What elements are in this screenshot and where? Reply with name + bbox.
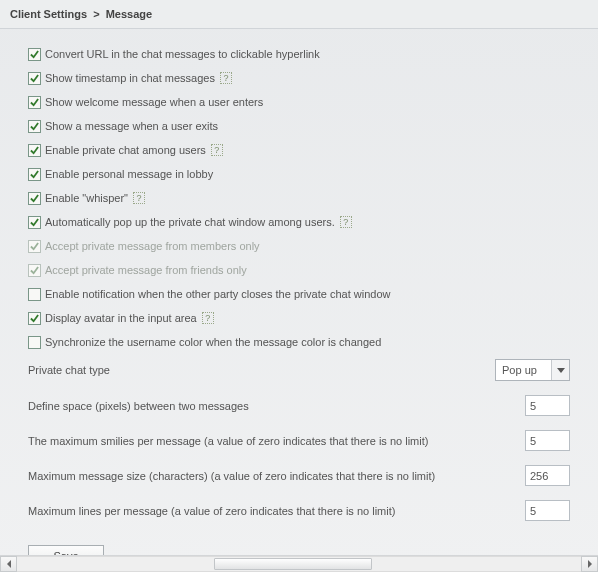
option-row: Enable notification when the other party… bbox=[28, 287, 570, 301]
help-icon[interactable]: ? bbox=[202, 312, 214, 324]
checkbox[interactable] bbox=[28, 120, 41, 133]
numeric-setting-label: Define space (pixels) between two messag… bbox=[28, 400, 525, 412]
select-dropdown-button[interactable] bbox=[551, 360, 569, 380]
numeric-setting-label: Maximum lines per message (a value of ze… bbox=[28, 505, 525, 517]
help-icon[interactable]: ? bbox=[211, 144, 223, 156]
help-icon[interactable]: ? bbox=[220, 72, 232, 84]
option-label: Enable private chat among users bbox=[45, 143, 206, 157]
option-row: Show welcome message when a user enters bbox=[28, 95, 570, 109]
breadcrumb-parent: Client Settings bbox=[10, 8, 87, 20]
checkbox[interactable] bbox=[28, 336, 41, 349]
option-row: Enable personal message in lobby bbox=[28, 167, 570, 181]
option-row: Enable "whisper"? bbox=[28, 191, 570, 205]
numeric-setting-label: The maximum smilies per message (a value… bbox=[28, 435, 525, 447]
scroll-right-button[interactable] bbox=[581, 556, 598, 572]
scrollbar-track[interactable] bbox=[17, 556, 581, 572]
numeric-setting-row: Maximum lines per message (a value of ze… bbox=[28, 500, 570, 521]
option-label: Convert URL in the chat messages to clic… bbox=[45, 47, 320, 61]
checkbox[interactable] bbox=[28, 48, 41, 61]
checkbox bbox=[28, 240, 41, 253]
checkbox[interactable] bbox=[28, 168, 41, 181]
numeric-setting-row: Define space (pixels) between two messag… bbox=[28, 395, 570, 416]
option-label: Enable notification when the other party… bbox=[45, 287, 390, 301]
checkbox[interactable] bbox=[28, 312, 41, 325]
option-label: Show a message when a user exits bbox=[45, 119, 218, 133]
triangle-right-icon bbox=[587, 560, 593, 568]
option-row: Display avatar in the input area? bbox=[28, 311, 570, 325]
checkbox bbox=[28, 264, 41, 277]
private-chat-type-row: Private chat type Pop up bbox=[28, 359, 570, 381]
triangle-left-icon bbox=[6, 560, 12, 568]
breadcrumb-separator: > bbox=[93, 8, 99, 20]
option-label: Enable personal message in lobby bbox=[45, 167, 213, 181]
option-label: Show timestamp in chat messages bbox=[45, 71, 215, 85]
numeric-setting-input[interactable] bbox=[525, 395, 570, 416]
option-label: Show welcome message when a user enters bbox=[45, 95, 263, 109]
option-label: Synchronize the username color when the … bbox=[45, 335, 381, 349]
scrollbar-thumb[interactable] bbox=[214, 558, 372, 570]
option-label: Automatically pop up the private chat wi… bbox=[45, 215, 335, 229]
breadcrumb-current: Message bbox=[106, 8, 152, 20]
checkbox[interactable] bbox=[28, 192, 41, 205]
numeric-setting-label: Maximum message size (characters) (a val… bbox=[28, 470, 525, 482]
help-icon[interactable]: ? bbox=[340, 216, 352, 228]
scroll-left-button[interactable] bbox=[0, 556, 17, 572]
option-row: Automatically pop up the private chat wi… bbox=[28, 215, 570, 229]
numeric-setting-row: The maximum smilies per message (a value… bbox=[28, 430, 570, 451]
breadcrumb: Client Settings > Message bbox=[0, 0, 598, 29]
private-chat-type-select[interactable]: Pop up bbox=[495, 359, 570, 381]
numeric-setting-row: Maximum message size (characters) (a val… bbox=[28, 465, 570, 486]
checkbox[interactable] bbox=[28, 144, 41, 157]
option-row: Accept private message from members only bbox=[28, 239, 570, 253]
option-row: Show a message when a user exits bbox=[28, 119, 570, 133]
horizontal-scrollbar[interactable] bbox=[0, 555, 598, 572]
help-icon[interactable]: ? bbox=[133, 192, 145, 204]
option-label: Enable "whisper" bbox=[45, 191, 128, 205]
numeric-setting-input[interactable] bbox=[525, 500, 570, 521]
option-row: Show timestamp in chat messages? bbox=[28, 71, 570, 85]
numeric-setting-input[interactable] bbox=[525, 430, 570, 451]
option-label: Accept private message from friends only bbox=[45, 263, 247, 277]
option-row: Enable private chat among users? bbox=[28, 143, 570, 157]
save-button[interactable]: Save bbox=[28, 545, 104, 555]
numeric-setting-input[interactable] bbox=[525, 465, 570, 486]
option-row: Convert URL in the chat messages to clic… bbox=[28, 47, 570, 61]
option-label: Display avatar in the input area bbox=[45, 311, 197, 325]
checkbox[interactable] bbox=[28, 72, 41, 85]
checkbox[interactable] bbox=[28, 288, 41, 301]
settings-content: Convert URL in the chat messages to clic… bbox=[0, 29, 598, 555]
option-row: Accept private message from friends only bbox=[28, 263, 570, 277]
option-label: Accept private message from members only bbox=[45, 239, 260, 253]
checkbox[interactable] bbox=[28, 96, 41, 109]
private-chat-type-value: Pop up bbox=[496, 360, 551, 380]
option-row: Synchronize the username color when the … bbox=[28, 335, 570, 349]
checkbox[interactable] bbox=[28, 216, 41, 229]
private-chat-type-label: Private chat type bbox=[28, 364, 495, 376]
chevron-down-icon bbox=[557, 368, 565, 373]
